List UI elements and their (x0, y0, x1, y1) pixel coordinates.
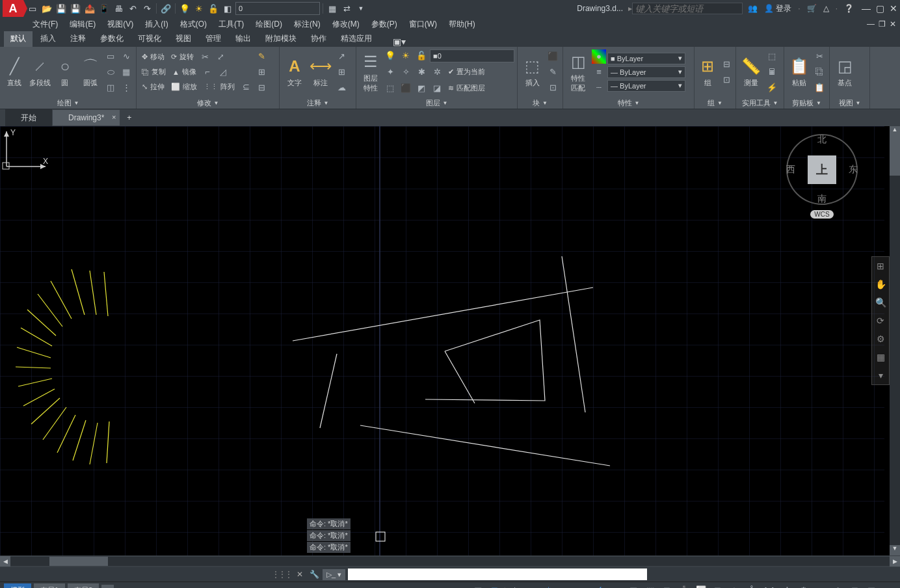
viewcube-west[interactable]: 西 (786, 164, 795, 176)
measure-button[interactable]: 📏测量 (739, 56, 763, 88)
hardware-icon[interactable]: ◉ (830, 583, 845, 589)
ellipse-icon[interactable]: ⬭ (103, 65, 118, 79)
layer-on-icon[interactable]: 💡 (383, 49, 397, 63)
chamfer-icon[interactable]: ◿ (216, 65, 230, 79)
block-edit-icon[interactable]: ✎ (546, 65, 560, 79)
tab-collab[interactable]: 协作 (304, 31, 333, 47)
match-properties-button[interactable]: ◫特性 匹配 (566, 51, 590, 93)
transparency-icon[interactable]: ▨ (626, 583, 641, 589)
qat-dropdown-icon[interactable]: ▼ (354, 2, 367, 15)
menu-tools[interactable]: 工具(T) (218, 19, 244, 30)
erase-icon[interactable]: ✎ (254, 49, 269, 64)
spline-icon[interactable]: ∿ (119, 49, 133, 64)
tab-annotate[interactable]: 注释 (64, 31, 92, 47)
quick-icon[interactable]: ⚡ (765, 81, 779, 95)
user-icon[interactable]: 👤 登录 (764, 3, 791, 14)
viewcube-top-face[interactable]: 上 (808, 155, 836, 184)
share-icon[interactable]: 🔗 (159, 2, 172, 15)
nav-show-icon[interactable]: ▦ (872, 348, 889, 366)
ribbon-help-icon[interactable]: ▣▾ (393, 36, 406, 47)
viewcube-east[interactable]: 东 (849, 164, 858, 176)
linetype-icon[interactable]: ┄ (592, 81, 606, 95)
hscrollbar[interactable]: ◀ ▶ (0, 555, 900, 567)
paste-button[interactable]: 📋粘贴 (787, 56, 811, 88)
web-icon[interactable]: 📤 (83, 2, 96, 15)
extend-icon[interactable]: ⤢ (213, 50, 228, 64)
nav-pan-icon[interactable]: ✋ (872, 275, 889, 293)
nav-orbit-icon[interactable]: ⟳ (872, 312, 889, 330)
tab-parametric[interactable]: 参数化 (94, 31, 130, 47)
stretch-button[interactable]: ⤡ 拉伸 (139, 80, 167, 94)
selection-filter-icon[interactable]: ⊞ (710, 583, 726, 589)
drawing-canvas[interactable]: X Y 北 南 西 东 上 WCS ⊞ ✋ 🔍 ⟳ ⚙ ▦ ▾ 命令: *取消*… (0, 126, 900, 555)
lineweight-toggle-icon[interactable]: ≡ (609, 583, 624, 589)
leader-icon[interactable]: ↗ (334, 49, 349, 64)
annovis-icon[interactable]: ✲ (779, 583, 795, 589)
otrack-icon[interactable]: ∠ (592, 583, 607, 589)
scale-button[interactable]: ⬜ 缩放 (168, 80, 200, 94)
3dosnap-icon[interactable]: ⊡ (659, 583, 675, 589)
basepoint-button[interactable]: ◲基点 (832, 56, 857, 88)
search-input[interactable] (632, 3, 743, 14)
offset-icon[interactable]: ⊆ (239, 80, 253, 94)
quickprops-icon[interactable]: ⬜ (693, 583, 709, 589)
region-icon[interactable]: ◫ (103, 81, 118, 95)
workspace-icon[interactable]: ⚙ (796, 583, 812, 589)
calc-icon[interactable]: 🖩 (765, 65, 779, 79)
minimize-button[interactable]: — (862, 3, 871, 14)
tab-view[interactable]: 视图 (169, 31, 198, 47)
app-icon[interactable]: △ (823, 4, 829, 13)
rect-icon[interactable]: ▭ (103, 49, 118, 64)
viewcube-north[interactable]: 北 (817, 134, 827, 146)
qat-share2-icon[interactable]: ⇄ (340, 2, 353, 15)
bulb-icon[interactable]: ☀ (192, 2, 205, 15)
connect-icon[interactable]: 👥 (748, 4, 758, 13)
layer-i4[interactable]: ✲ (430, 65, 444, 79)
color-icon[interactable]: ● (592, 49, 606, 64)
redo-icon[interactable]: ↷ (140, 2, 153, 15)
tab-visualize[interactable]: 可视化 (131, 31, 168, 47)
circle-button[interactable]: ○圆 (53, 56, 77, 88)
block-attr-icon[interactable]: ⊡ (546, 81, 560, 95)
menu-format[interactable]: 格式(O) (180, 19, 207, 30)
copy-button[interactable]: ⿻ 复制 (139, 65, 168, 79)
lineweight-icon[interactable]: ≡ (592, 65, 606, 79)
point-icon[interactable]: ⋮ (119, 81, 133, 95)
grid-icon[interactable]: ⊞ (487, 583, 503, 589)
linetype-dropdown[interactable]: — ByLayer▾ (607, 80, 685, 92)
rotate-button[interactable]: ⟳ 旋转 (168, 50, 196, 64)
save-icon[interactable]: 💾 (55, 2, 68, 15)
menu-file[interactable]: 文件(F) (33, 19, 58, 30)
layer-dropdown[interactable]: ■ 0 (430, 49, 514, 62)
hatch-icon[interactable]: ▦ (119, 65, 133, 79)
command-input[interactable] (348, 568, 647, 580)
ungroup-icon[interactable]: ⊟ (719, 57, 734, 72)
paste-special-icon[interactable]: 📋 (812, 81, 827, 95)
layer-i1[interactable]: ✦ (383, 65, 397, 79)
layer-freeze-icon[interactable]: ☀ (399, 49, 413, 63)
mobile-icon[interactable]: 📱 (98, 2, 111, 15)
tab-featured[interactable]: 精选应用 (334, 31, 378, 47)
cart-icon[interactable]: 🛒 (807, 4, 817, 13)
fillet-icon[interactable]: ⌐ (200, 65, 215, 79)
tab-start[interactable]: 开始 (5, 109, 53, 127)
tab-model[interactable]: 模型 (4, 583, 31, 588)
gizmo-icon[interactable]: ⛭ (727, 583, 743, 589)
cmdline-prompt-icon[interactable]: ▷_ ▾ (323, 569, 345, 580)
menu-edit[interactable]: 编辑(E) (70, 19, 96, 30)
layer-color-icon[interactable]: ◧ (221, 2, 234, 15)
layer-i7[interactable]: ◩ (414, 81, 429, 96)
lineweight-dropdown[interactable]: — ByLayer▾ (607, 66, 685, 78)
text-button[interactable]: A文字 (282, 56, 307, 88)
scale-label[interactable]: 1:1 (761, 583, 778, 589)
table-icon[interactable]: ⊞ (334, 65, 349, 79)
nav-more-icon[interactable]: ▾ (872, 366, 889, 384)
menu-window[interactable]: 窗口(W) (409, 19, 437, 30)
cut-icon[interactable]: ✂ (812, 49, 827, 64)
nav-full-icon[interactable]: ⊞ (872, 257, 889, 275)
close-tab-icon[interactable]: × (112, 113, 116, 121)
layer-i3[interactable]: ✱ (414, 65, 429, 79)
menu-insert[interactable]: 插入(I) (145, 19, 168, 30)
trim-icon[interactable]: ✂ (198, 50, 212, 64)
plot-icon[interactable]: 🖶 (112, 2, 125, 15)
